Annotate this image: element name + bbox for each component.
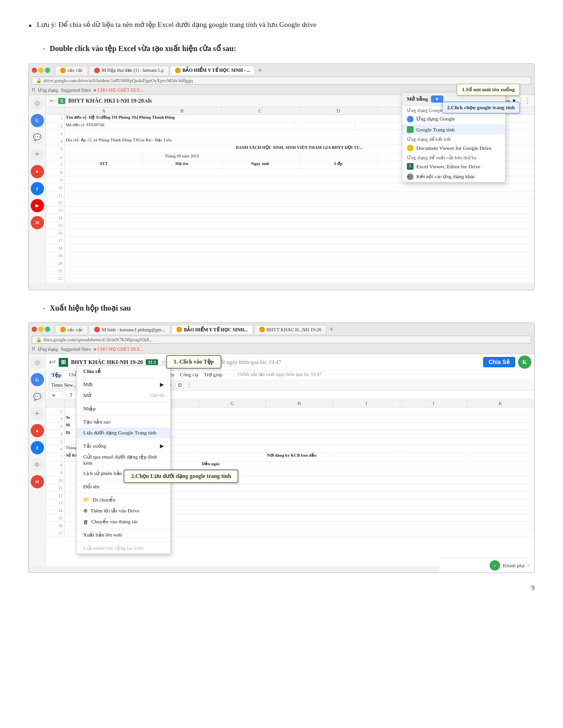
menu-chuyen-thung-rac[interactable]: 🗑 Chuyển vào thùng rác (77, 516, 170, 527)
new-tab-button[interactable]: + (256, 66, 264, 75)
kham-pha-icon[interactable]: + (490, 560, 500, 571)
bookmark-suggested[interactable]: Suggested Sites (61, 87, 91, 93)
menu-tao-ban-sao[interactable]: Tạo bản sao (77, 416, 170, 427)
tab2-bhyt-file[interactable]: BHYT KHAC H...NH 19-20 (254, 325, 326, 334)
grid-cell[interactable]: Địa chỉ: Ấp 12, xã Phùng Thành Đông TXGi… (65, 138, 296, 145)
grid-cell[interactable] (199, 453, 266, 461)
bookmark-apps-2[interactable]: Ứng dụng (38, 347, 58, 352)
fb-icon[interactable]: f (31, 182, 44, 195)
google-icon-2[interactable]: G (31, 373, 44, 386)
grid-cell[interactable]: Nơi đăng ký KCB ban đầu (266, 453, 333, 461)
minimize-btn-2[interactable] (38, 327, 44, 332)
grid-cell[interactable]: Ngày sinh (221, 161, 299, 168)
address-bar-1[interactable]: 🔒 drive.google.com/drive/u/0/folders/1nP… (32, 77, 531, 85)
menu-nhap[interactable]: Nhập (77, 403, 170, 414)
docs-icon[interactable]: ● (31, 165, 44, 178)
grid-cell[interactable] (65, 267, 534, 274)
grid-cell[interactable] (133, 415, 534, 422)
bookmark-cho-ho-2[interactable]: ● CHO HỌ GHÉT ĐI E... (94, 347, 144, 352)
grid-cell[interactable]: Tháng 09 năm 2019 (143, 154, 221, 161)
menu-gui-email[interactable]: Gửi qua email dưới dạng tệp đính kèm (77, 451, 170, 468)
menu-tro-giup[interactable]: Trợ giúp (204, 372, 222, 379)
grid-cell[interactable] (65, 184, 534, 191)
tab-coccoc[interactable]: cốc cốc (55, 66, 88, 75)
docs-icon-2[interactable]: ● (31, 424, 44, 437)
panel-item-google[interactable]: Ứng dụng Google (402, 114, 505, 124)
drive-icon-2[interactable]: ⊙ (31, 356, 44, 369)
menu-moi[interactable]: Mới ▶ (77, 379, 170, 390)
more-options-icon[interactable]: ⋮ (524, 96, 531, 105)
bookmark-cho-ho[interactable]: ● CHO HỌ GHÉT ĐI E... (94, 87, 144, 93)
grid-cell[interactable] (333, 453, 400, 461)
grid-cell[interactable]: STT (65, 161, 143, 168)
grid-cell[interactable] (133, 423, 534, 430)
new-tab-button-2[interactable]: + (327, 325, 335, 334)
grid-cell[interactable]: Mã đơn vị: FFE0976E (65, 122, 296, 130)
grid-cell[interactable] (65, 154, 143, 161)
panel-item-docviewer[interactable]: Document Viewer for Google Drive (402, 143, 505, 153)
menu-luu-google[interactable]: Lưu dưới dạng Google Trang tính (77, 427, 170, 438)
borders-btn[interactable]: ⊡ (176, 381, 184, 389)
menu-mo[interactable]: Mở Ctrl+O (77, 390, 170, 401)
grid-cell[interactable] (65, 229, 534, 236)
grid-cell[interactable] (65, 214, 534, 221)
yt-icon[interactable]: ▶ (31, 199, 44, 212)
menu-cong-cu[interactable]: Công cụ (180, 372, 198, 379)
tab-bhyt[interactable]: BẢO HIỂM Y TẾ HỌC SINH - ... (170, 66, 255, 75)
grid-cell[interactable] (65, 244, 534, 251)
add-icon[interactable]: + (31, 148, 44, 161)
chia-se-button[interactable]: Chia Sẻ (483, 357, 515, 367)
maximize-btn-2[interactable] (45, 327, 50, 332)
menu-them-loi-tat[interactable]: ⊕ Thêm lối tắt vào Drive (77, 505, 170, 516)
user-avatar[interactable]: K (518, 355, 531, 369)
grid-cell[interactable] (65, 275, 534, 282)
bookmark-suggested-2[interactable]: Suggested Sites (61, 347, 91, 352)
grid-cell[interactable]: Đến ngày (201, 461, 269, 468)
close-btn-2[interactable] (32, 327, 37, 332)
panel-item-sheets[interactable]: Google Trang tính (402, 124, 505, 135)
grid-cell[interactable] (65, 199, 534, 206)
grid-cell[interactable] (400, 453, 467, 461)
tab2-bhyt[interactable]: BẢO HIỂM Y TẾ HỌC SINH... (171, 325, 253, 334)
chat-icon-2[interactable]: 💬 (31, 390, 44, 403)
grid-cell[interactable] (467, 453, 534, 461)
address-bar-2[interactable]: 🔒 docs.google.com/spreadsheets/d/1h/mN7K… (32, 336, 531, 344)
grid-cell[interactable] (133, 430, 534, 437)
grid-cell[interactable] (296, 138, 356, 145)
expand-icon[interactable]: › (527, 562, 529, 569)
close-btn[interactable] (32, 68, 37, 73)
add-icon-2[interactable]: + (31, 407, 44, 420)
more-formatting-icon[interactable]: ⋮ (186, 381, 193, 389)
google-icon[interactable]: G (31, 114, 44, 127)
panel-item-connect-more[interactable]: + Kết nối các ứng dụng khác (402, 172, 505, 182)
gmail-icon-2[interactable]: M (31, 475, 44, 488)
grid-cell[interactable] (65, 222, 534, 229)
grid-cell[interactable] (296, 122, 356, 130)
back-arrow[interactable]: ← (49, 97, 55, 104)
settings-icon[interactable]: ⚙ (31, 458, 44, 471)
grid-cell[interactable] (299, 154, 378, 161)
drive-icon[interactable]: ⊙ (31, 97, 44, 110)
grid-cell[interactable] (65, 252, 534, 259)
fb-icon-2[interactable]: f (31, 441, 44, 454)
menu-di-chuyen[interactable]: 📁 Di chuyển (77, 494, 170, 505)
grid-cell[interactable] (296, 115, 356, 122)
undo-icon[interactable]: ↩ (49, 357, 56, 367)
bookmark-apps[interactable]: Ứng dụng (38, 87, 58, 93)
cell-ref[interactable]: w (49, 391, 63, 399)
menu-xuat-ban-web[interactable]: Xuất bản lên web (77, 529, 170, 540)
grid-cell[interactable] (269, 461, 534, 468)
chat-icon[interactable]: 💬 (31, 131, 44, 144)
grid-cell[interactable]: Tên đơn vị: Hộ Trường TH Phùng Thị Phùng… (65, 115, 296, 122)
menu-tai-xuong[interactable]: Tải xuống ▶ (77, 441, 170, 451)
panel-item-excel-viewer[interactable]: X Excel Viewer, Editor for Drive (402, 161, 505, 172)
grid-cell[interactable]: Lớp (299, 161, 378, 168)
tab-mail[interactable]: M Hộp thư đến (1) - ketoanc1.p (89, 66, 168, 75)
panel-open-btn[interactable]: ▼ (431, 95, 443, 103)
tab2-hinh[interactable]: M hình - ketoanc1.ptdong@gm... (89, 325, 170, 334)
maximize-btn[interactable] (45, 68, 50, 73)
gmail-icon[interactable]: M (31, 216, 44, 229)
tab2-coccoc[interactable]: cốc cốc (55, 325, 88, 334)
grid-cell[interactable] (65, 260, 534, 267)
grid-cell[interactable] (65, 191, 534, 199)
